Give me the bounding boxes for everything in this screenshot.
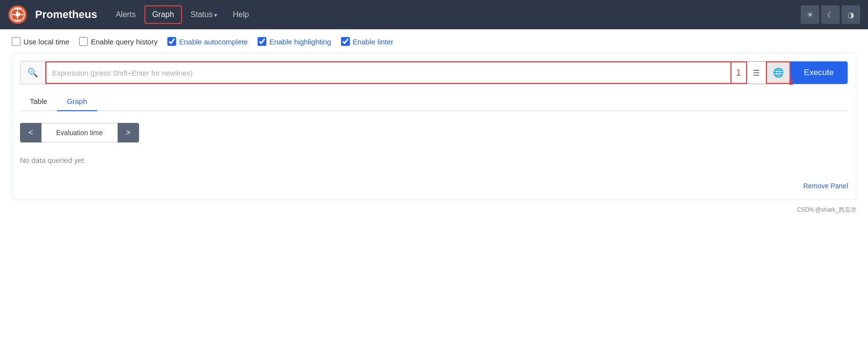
use-local-time-checkbox[interactable]	[12, 37, 20, 46]
nav-status[interactable]: Status	[184, 6, 224, 23]
theme-controls: ☀ ☾ ◑	[801, 5, 860, 24]
expression-input[interactable]	[45, 61, 731, 84]
navbar: ⚑ Prometheus Alerts Graph Status Help ☀ …	[0, 0, 868, 29]
enable-highlighting-checkbox[interactable]	[258, 37, 266, 46]
expand-icon: ☰	[753, 68, 760, 78]
globe-button[interactable]: 🌐 2	[766, 61, 790, 84]
search-icon: 🔍	[27, 67, 38, 78]
eval-prev-button[interactable]: <	[20, 123, 41, 142]
globe-icon: 🌐	[773, 67, 784, 78]
options-bar: Use local time Enable query history Enab…	[12, 37, 856, 46]
theme-dark-button[interactable]: ☾	[821, 5, 840, 24]
remove-panel-link[interactable]: Remove Panel	[20, 180, 848, 192]
eval-time-row: < Evaluation time >	[20, 123, 848, 142]
search-actions: ☰ 🌐 2 Execute	[747, 61, 848, 84]
enable-autocomplete-label: Enable autocomplete	[179, 38, 248, 46]
enable-linter-option[interactable]: Enable linter	[341, 37, 393, 46]
enable-linter-label: Enable linter	[353, 38, 393, 46]
search-icon-button[interactable]: 🔍	[20, 61, 45, 84]
table-content: < Evaluation time > No data queried yet	[20, 119, 848, 172]
tab-table[interactable]: Table	[20, 92, 57, 111]
search-bar: 🔍 1 ☰ 🌐 2 Execute	[20, 61, 848, 84]
expand-button[interactable]: ☰	[747, 61, 766, 84]
enable-query-history-label: Enable query history	[91, 38, 158, 46]
tab-graph[interactable]: Graph	[57, 92, 97, 111]
enable-autocomplete-checkbox[interactable]	[167, 37, 176, 46]
watermark: CSDN @shark_西瓜泔	[12, 204, 856, 216]
enable-query-history-option[interactable]: Enable query history	[79, 37, 158, 46]
use-local-time-option[interactable]: Use local time	[12, 37, 69, 46]
eval-next-button[interactable]: >	[118, 123, 139, 142]
enable-query-history-checkbox[interactable]	[79, 37, 88, 46]
theme-auto-button[interactable]: ◑	[842, 5, 860, 24]
enable-autocomplete-option[interactable]: Enable autocomplete	[167, 37, 248, 46]
enable-highlighting-option[interactable]: Enable highlighting	[258, 37, 331, 46]
annotation-2: 2	[789, 78, 793, 87]
nav-alerts[interactable]: Alerts	[109, 6, 142, 23]
query-panel: 🔍 1 ☰ 🌐 2 Execute Table Graph <	[12, 53, 856, 200]
nav-help[interactable]: Help	[226, 6, 256, 23]
theme-light-button[interactable]: ☀	[801, 5, 819, 24]
eval-time-label: Evaluation time	[41, 123, 118, 142]
prometheus-logo: ⚑	[8, 5, 27, 24]
annotation-1: 1	[731, 61, 747, 84]
enable-highlighting-label: Enable highlighting	[269, 38, 331, 46]
main-nav: Alerts Graph Status Help	[109, 5, 797, 24]
no-data-message: No data queried yet	[20, 152, 848, 168]
svg-text:⚑: ⚑	[15, 11, 21, 19]
brand-name: Prometheus	[35, 8, 97, 21]
main-content: Use local time Enable query history Enab…	[0, 29, 868, 340]
nav-graph[interactable]: Graph	[144, 5, 182, 24]
execute-button[interactable]: Execute	[790, 61, 848, 84]
enable-linter-checkbox[interactable]	[341, 37, 350, 46]
result-tabs: Table Graph	[20, 92, 848, 111]
use-local-time-label: Use local time	[23, 38, 69, 46]
